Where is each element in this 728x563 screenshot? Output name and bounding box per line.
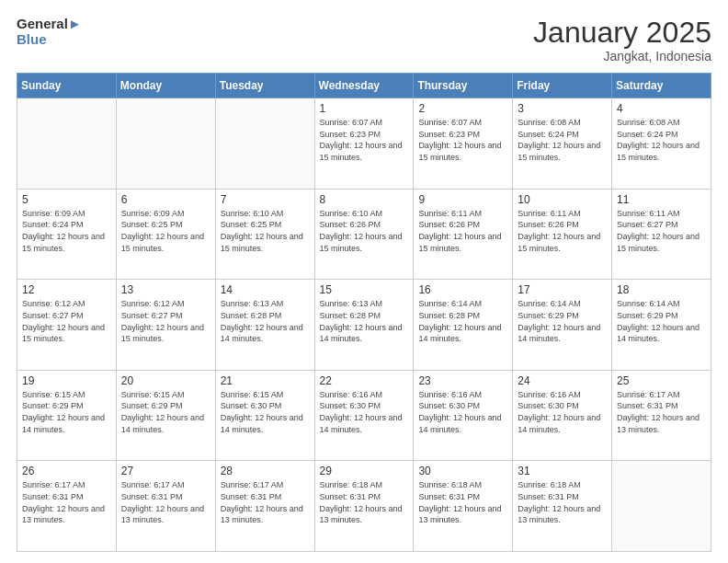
calendar-week-row: 19Sunrise: 6:15 AM Sunset: 6:29 PM Dayli… [17, 370, 711, 461]
day-info: Sunrise: 6:13 AM Sunset: 6:28 PM Dayligh… [320, 298, 409, 344]
calendar-header-row: Sunday Monday Tuesday Wednesday Thursday… [17, 74, 711, 98]
col-wednesday: Wednesday [314, 74, 414, 98]
title-block: January 2025 Jangkat, Indonesia [533, 17, 711, 63]
calendar-cell [215, 98, 314, 190]
day-info: Sunrise: 6:14 AM Sunset: 6:29 PM Dayligh… [617, 298, 706, 344]
day-number: 17 [518, 283, 607, 296]
day-number: 20 [121, 374, 210, 387]
calendar-cell: 8Sunrise: 6:10 AM Sunset: 6:26 PM Daylig… [314, 189, 414, 280]
calendar-cell: 13Sunrise: 6:12 AM Sunset: 6:27 PM Dayli… [116, 280, 215, 371]
day-number: 28 [221, 465, 310, 477]
calendar-cell: 31Sunrise: 6:18 AM Sunset: 6:31 PM Dayli… [513, 461, 612, 552]
day-number: 22 [320, 374, 409, 387]
col-tuesday: Tuesday [215, 74, 314, 98]
day-number: 7 [221, 193, 310, 206]
calendar-cell [17, 98, 117, 190]
calendar-week-row: 26Sunrise: 6:17 AM Sunset: 6:31 PM Dayli… [17, 461, 711, 552]
day-info: Sunrise: 6:14 AM Sunset: 6:29 PM Dayligh… [518, 298, 607, 344]
day-info: Sunrise: 6:16 AM Sunset: 6:30 PM Dayligh… [418, 389, 507, 435]
day-number: 16 [418, 283, 507, 296]
day-number: 13 [121, 283, 210, 296]
logo: General► Blue [17, 17, 82, 47]
day-info: Sunrise: 6:15 AM Sunset: 6:30 PM Dayligh… [221, 389, 310, 435]
day-number: 25 [617, 374, 706, 387]
day-number: 19 [22, 374, 111, 387]
col-thursday: Thursday [414, 74, 513, 98]
day-number: 15 [320, 283, 409, 296]
day-info: Sunrise: 6:16 AM Sunset: 6:30 PM Dayligh… [518, 389, 607, 435]
day-info: Sunrise: 6:17 AM Sunset: 6:31 PM Dayligh… [221, 479, 310, 525]
day-number: 8 [320, 193, 409, 206]
day-number: 6 [121, 193, 210, 206]
day-info: Sunrise: 6:11 AM Sunset: 6:26 PM Dayligh… [418, 208, 507, 254]
calendar-cell [612, 461, 711, 552]
day-info: Sunrise: 6:16 AM Sunset: 6:30 PM Dayligh… [320, 389, 409, 435]
day-info: Sunrise: 6:17 AM Sunset: 6:31 PM Dayligh… [121, 479, 210, 525]
calendar-cell: 14Sunrise: 6:13 AM Sunset: 6:28 PM Dayli… [215, 280, 314, 371]
calendar-cell: 17Sunrise: 6:14 AM Sunset: 6:29 PM Dayli… [513, 280, 612, 371]
calendar-cell: 1Sunrise: 6:07 AM Sunset: 6:23 PM Daylig… [314, 98, 414, 190]
day-number: 12 [22, 283, 111, 296]
col-sunday: Sunday [17, 74, 117, 98]
day-info: Sunrise: 6:12 AM Sunset: 6:27 PM Dayligh… [121, 298, 210, 344]
day-number: 21 [221, 374, 310, 387]
calendar-cell: 15Sunrise: 6:13 AM Sunset: 6:28 PM Dayli… [314, 280, 414, 371]
col-friday: Friday [513, 74, 612, 98]
page: General► Blue January 2025 Jangkat, Indo… [0, 0, 728, 563]
day-info: Sunrise: 6:17 AM Sunset: 6:31 PM Dayligh… [617, 389, 706, 435]
calendar-week-row: 5Sunrise: 6:09 AM Sunset: 6:24 PM Daylig… [17, 189, 711, 280]
calendar-cell: 24Sunrise: 6:16 AM Sunset: 6:30 PM Dayli… [513, 370, 612, 461]
calendar-cell: 30Sunrise: 6:18 AM Sunset: 6:31 PM Dayli… [414, 461, 513, 552]
day-number: 23 [418, 374, 507, 387]
day-number: 10 [518, 193, 607, 206]
day-info: Sunrise: 6:11 AM Sunset: 6:27 PM Dayligh… [617, 208, 706, 254]
day-info: Sunrise: 6:07 AM Sunset: 6:23 PM Dayligh… [418, 117, 507, 163]
calendar-cell: 11Sunrise: 6:11 AM Sunset: 6:27 PM Dayli… [612, 189, 711, 280]
day-number: 27 [121, 465, 210, 477]
calendar-cell: 23Sunrise: 6:16 AM Sunset: 6:30 PM Dayli… [414, 370, 513, 461]
calendar-cell: 22Sunrise: 6:16 AM Sunset: 6:30 PM Dayli… [314, 370, 414, 461]
calendar-cell: 12Sunrise: 6:12 AM Sunset: 6:27 PM Dayli… [17, 280, 117, 371]
day-number: 3 [518, 102, 607, 115]
calendar-subtitle: Jangkat, Indonesia [533, 49, 711, 63]
calendar-cell: 20Sunrise: 6:15 AM Sunset: 6:29 PM Dayli… [116, 370, 215, 461]
calendar-cell: 4Sunrise: 6:08 AM Sunset: 6:24 PM Daylig… [612, 98, 711, 190]
day-info: Sunrise: 6:12 AM Sunset: 6:27 PM Dayligh… [22, 298, 111, 344]
day-number: 31 [518, 465, 607, 477]
day-info: Sunrise: 6:17 AM Sunset: 6:31 PM Dayligh… [22, 479, 111, 525]
calendar-cell: 29Sunrise: 6:18 AM Sunset: 6:31 PM Dayli… [314, 461, 414, 552]
day-number: 9 [418, 193, 507, 206]
day-info: Sunrise: 6:11 AM Sunset: 6:26 PM Dayligh… [518, 208, 607, 254]
calendar-cell: 7Sunrise: 6:10 AM Sunset: 6:25 PM Daylig… [215, 189, 314, 280]
day-info: Sunrise: 6:09 AM Sunset: 6:25 PM Dayligh… [121, 208, 210, 254]
day-number: 29 [320, 465, 409, 477]
calendar-cell: 19Sunrise: 6:15 AM Sunset: 6:29 PM Dayli… [17, 370, 117, 461]
day-info: Sunrise: 6:18 AM Sunset: 6:31 PM Dayligh… [518, 479, 607, 525]
calendar-cell: 18Sunrise: 6:14 AM Sunset: 6:29 PM Dayli… [612, 280, 711, 371]
day-info: Sunrise: 6:18 AM Sunset: 6:31 PM Dayligh… [320, 479, 409, 525]
day-number: 4 [617, 102, 706, 115]
day-info: Sunrise: 6:14 AM Sunset: 6:28 PM Dayligh… [418, 298, 507, 344]
calendar-cell: 27Sunrise: 6:17 AM Sunset: 6:31 PM Dayli… [116, 461, 215, 552]
day-number: 11 [617, 193, 706, 206]
calendar-week-row: 1Sunrise: 6:07 AM Sunset: 6:23 PM Daylig… [17, 98, 711, 190]
calendar-cell: 10Sunrise: 6:11 AM Sunset: 6:26 PM Dayli… [513, 189, 612, 280]
day-info: Sunrise: 6:10 AM Sunset: 6:25 PM Dayligh… [221, 208, 310, 254]
calendar-cell: 25Sunrise: 6:17 AM Sunset: 6:31 PM Dayli… [612, 370, 711, 461]
calendar-week-row: 12Sunrise: 6:12 AM Sunset: 6:27 PM Dayli… [17, 280, 711, 371]
day-info: Sunrise: 6:13 AM Sunset: 6:28 PM Dayligh… [221, 298, 310, 344]
calendar-cell: 2Sunrise: 6:07 AM Sunset: 6:23 PM Daylig… [414, 98, 513, 190]
day-info: Sunrise: 6:08 AM Sunset: 6:24 PM Dayligh… [518, 117, 607, 163]
calendar-cell [116, 98, 215, 190]
day-number: 14 [221, 283, 310, 296]
day-number: 2 [418, 102, 507, 115]
day-number: 18 [617, 283, 706, 296]
calendar-cell: 6Sunrise: 6:09 AM Sunset: 6:25 PM Daylig… [116, 189, 215, 280]
calendar-cell: 9Sunrise: 6:11 AM Sunset: 6:26 PM Daylig… [414, 189, 513, 280]
calendar-cell: 16Sunrise: 6:14 AM Sunset: 6:28 PM Dayli… [414, 280, 513, 371]
day-number: 26 [22, 465, 111, 477]
day-number: 30 [418, 465, 507, 477]
calendar-cell: 3Sunrise: 6:08 AM Sunset: 6:24 PM Daylig… [513, 98, 612, 190]
calendar-table: Sunday Monday Tuesday Wednesday Thursday… [17, 73, 711, 552]
calendar-cell: 21Sunrise: 6:15 AM Sunset: 6:30 PM Dayli… [215, 370, 314, 461]
